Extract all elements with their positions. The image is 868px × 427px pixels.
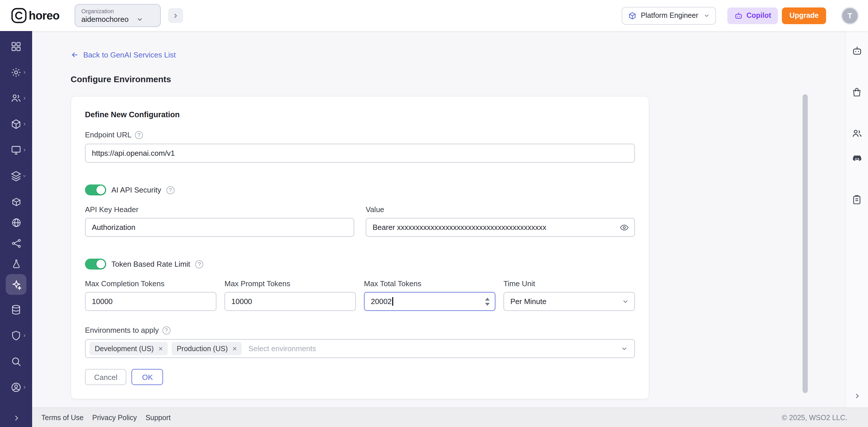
- choreo-logo[interactable]: horeo: [10, 7, 59, 24]
- organization-label: Organization: [81, 8, 154, 15]
- copilot-button[interactable]: Copilot: [727, 7, 778, 24]
- max-total-tokens-field: Max Total Tokens 20002: [364, 279, 495, 311]
- sidebar-item-resources-group[interactable]: [6, 166, 26, 186]
- chevron-right-icon: [22, 148, 26, 152]
- environment-chip-label: Production (US): [177, 344, 228, 352]
- chevron-right-icon: [22, 96, 26, 100]
- time-unit-label: Time Unit: [503, 279, 535, 288]
- organization-selector[interactable]: Organization aidemochoreo: [74, 4, 160, 27]
- right-rail-expand-button[interactable]: [854, 393, 860, 399]
- show-value-button[interactable]: [619, 222, 629, 232]
- chevron-down-icon: [22, 174, 26, 178]
- page-title: Configure Environments: [71, 74, 845, 84]
- upgrade-label: Upgrade: [789, 11, 818, 20]
- api-key-value-label: Value: [366, 205, 384, 214]
- discord-rail-button[interactable]: [851, 153, 863, 164]
- eye-icon: [619, 222, 629, 232]
- api-key-header-input[interactable]: [85, 218, 354, 237]
- globe-icon: [11, 217, 22, 228]
- environments-label-row: Environments to apply ?: [85, 326, 635, 335]
- sidebar-subitem-tests[interactable]: [6, 253, 26, 274]
- sidebar-item-databases[interactable]: [6, 300, 26, 320]
- token-rate-limit-row: Token Based Rate Limit ?: [85, 259, 635, 269]
- help-icon[interactable]: ?: [166, 186, 174, 194]
- help-icon[interactable]: ?: [162, 326, 170, 334]
- section-title: Define New Configuration: [85, 110, 635, 119]
- cube-icon: [10, 118, 22, 130]
- time-unit-value: Per Minute: [510, 297, 547, 306]
- arrow-left-icon: [71, 51, 79, 59]
- chevron-right-icon: [22, 70, 26, 75]
- cancel-button[interactable]: Cancel: [85, 369, 127, 385]
- ok-button[interactable]: OK: [132, 369, 163, 385]
- configuration-card: Define New Configuration Endpoint URL ? …: [71, 96, 649, 399]
- main-content: Back to GenAI Services List Configure En…: [32, 31, 845, 407]
- chevron-right-icon: [22, 122, 26, 126]
- api-key-value-field: Value: [366, 205, 635, 237]
- upgrade-button[interactable]: Upgrade: [782, 7, 826, 24]
- discord-icon: [851, 153, 863, 164]
- environment-chip: Development (US) ×: [90, 342, 167, 355]
- terms-of-use-link[interactable]: Terms of Use: [41, 414, 84, 422]
- sidebar-item-settings[interactable]: [6, 62, 26, 83]
- help-icon[interactable]: ?: [195, 260, 204, 268]
- search-icon: [10, 356, 22, 367]
- copilot-robot-icon: [735, 11, 743, 20]
- back-link[interactable]: Back to GenAI Services List: [71, 51, 176, 59]
- max-prompt-tokens-input[interactable]: [224, 292, 356, 311]
- form-actions: Cancel OK: [85, 369, 635, 385]
- sidebar-subitem-packages[interactable]: [6, 191, 26, 212]
- sidebar-item-observability[interactable]: [6, 351, 26, 372]
- api-key-value-input[interactable]: [366, 218, 635, 237]
- help-icon[interactable]: ?: [135, 131, 143, 139]
- marketplace-bag-icon: [851, 87, 862, 98]
- sidebar-item-projects[interactable]: [6, 114, 26, 135]
- sidebar-item-overview[interactable]: [6, 36, 26, 57]
- support-link[interactable]: Support: [146, 414, 171, 422]
- endpoint-url-label: Endpoint URL: [85, 131, 131, 139]
- chevron-right-icon: [12, 415, 20, 422]
- sidebar-subitem-genai-services[interactable]: [6, 274, 26, 295]
- environment-chip: Production (US) ×: [172, 342, 242, 355]
- toggle-knob: [96, 260, 105, 268]
- token-rate-limit-toggle[interactable]: [85, 259, 106, 269]
- breadcrumb-expand-button[interactable]: [168, 8, 183, 23]
- box-icon: [11, 196, 22, 207]
- max-completion-tokens-input[interactable]: [85, 292, 216, 311]
- number-stepper[interactable]: [484, 296, 491, 307]
- feedback-rail-button[interactable]: [851, 194, 862, 205]
- role-selector[interactable]: Platform Engineer: [622, 7, 716, 24]
- sidebar-expand-button[interactable]: [0, 415, 32, 422]
- time-unit-field: Time Unit Per Minute: [503, 279, 635, 311]
- environments-label: Environments to apply: [85, 326, 159, 335]
- vertical-scrollbar[interactable]: [803, 94, 808, 393]
- stepper-down-icon[interactable]: [485, 303, 490, 306]
- ai-api-security-toggle[interactable]: [85, 184, 106, 195]
- sidebar-subitem-connections[interactable]: [6, 233, 26, 253]
- user-avatar[interactable]: T: [841, 7, 859, 24]
- role-label: Platform Engineer: [641, 11, 698, 20]
- environments-multiselect[interactable]: Development (US) × Production (US) × Sel…: [85, 339, 635, 358]
- privacy-policy-link[interactable]: Privacy Policy: [92, 414, 137, 422]
- right-rail: [845, 31, 868, 407]
- sidebar-item-account-group[interactable]: [6, 377, 26, 398]
- sidebar-item-members[interactable]: [6, 88, 26, 109]
- support-rail-button[interactable]: [851, 46, 863, 57]
- flask-icon: [11, 258, 22, 269]
- community-rail-button[interactable]: [851, 127, 863, 139]
- sidebar-item-platform[interactable]: [6, 140, 26, 160]
- chip-close-icon[interactable]: ×: [157, 344, 165, 353]
- sidebar-item-security-group[interactable]: [6, 325, 26, 346]
- marketplace-rail-button[interactable]: [851, 87, 862, 98]
- sidebar-subitem-domains[interactable]: [6, 212, 26, 233]
- stepper-up-icon[interactable]: [485, 297, 490, 300]
- chip-close-icon[interactable]: ×: [231, 344, 239, 353]
- copilot-label: Copilot: [747, 11, 771, 20]
- endpoint-url-input[interactable]: [85, 144, 635, 163]
- max-completion-tokens-field: Max Completion Tokens: [85, 279, 216, 311]
- gear-icon: [10, 67, 22, 78]
- footer: Terms of Use Privacy Policy Support © 20…: [32, 407, 868, 427]
- time-unit-select[interactable]: Per Minute: [503, 292, 635, 311]
- genai-sparkle-icon: [11, 279, 22, 290]
- max-total-tokens-input[interactable]: 20002: [364, 292, 495, 311]
